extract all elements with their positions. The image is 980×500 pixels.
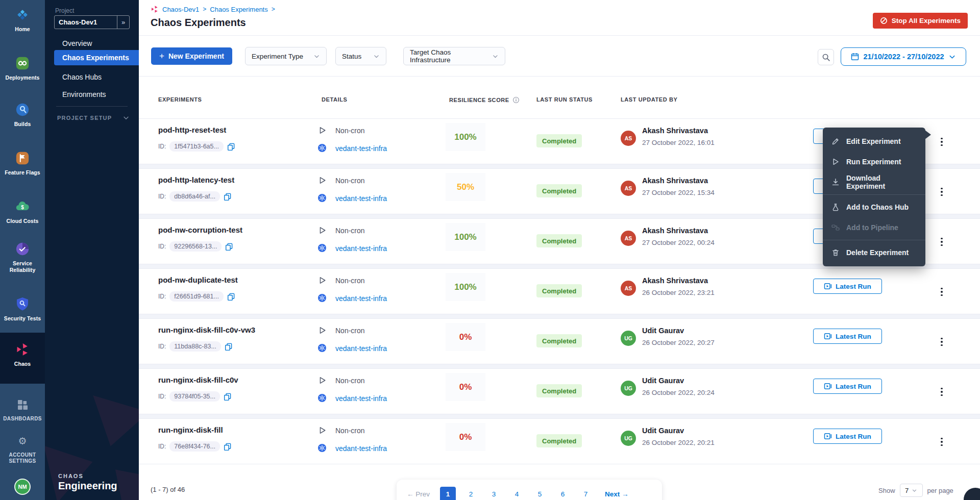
experiment-name[interactable]: run-nginx-disk-fill-c0v xyxy=(158,376,238,384)
infrastructure-link[interactable]: vedant-test-infra xyxy=(335,244,387,253)
nav-item-environments[interactable]: Environments xyxy=(45,87,139,102)
page-button[interactable]: 4 xyxy=(509,487,525,500)
sidebar-item-builds[interactable]: Builds xyxy=(0,102,45,128)
copy-icon[interactable] xyxy=(225,243,233,251)
user-avatar[interactable]: NM xyxy=(14,479,31,495)
page-button[interactable]: 5 xyxy=(532,487,548,500)
play-icon xyxy=(318,276,327,285)
schedule-type: Non-cron xyxy=(335,427,365,435)
page-title: Chaos Experiments xyxy=(151,17,246,29)
row-menu-button[interactable] xyxy=(937,433,947,451)
sidebar-item-deployments[interactable]: Deployments xyxy=(0,56,45,81)
date-range-selector[interactable]: 21/10/2022 - 27/10/2022 xyxy=(841,47,966,66)
sidebar-item-account-settings[interactable]: ⚙ ACCOUNT SETTINGS xyxy=(0,433,45,464)
sidebar-item-feature-flags[interactable]: Feature Flags xyxy=(0,151,45,176)
avatar: UG xyxy=(621,431,636,446)
pagination-bar: (1 - 7) of 46 ← Prev 1 2 3 4 5 6 7 Next … xyxy=(139,479,980,500)
row-menu-button[interactable] xyxy=(937,233,947,251)
row-menu-button[interactable] xyxy=(937,333,947,351)
experiment-name[interactable]: pod-http-reset-test xyxy=(158,126,226,134)
table-row[interactable]: pod-nw-duplicate-test ID: f26651d9-681..… xyxy=(139,268,980,314)
schedule-type: Non-cron xyxy=(335,377,365,385)
infrastructure-link[interactable]: vedant-test-infra xyxy=(335,294,387,303)
copy-icon[interactable] xyxy=(227,293,235,301)
breadcrumb-project-link[interactable]: Chaos-Dev1 xyxy=(162,6,199,13)
menu-item-run-experiment[interactable]: Run Experiment xyxy=(823,152,925,172)
info-icon[interactable] xyxy=(512,96,520,104)
menu-item-delete-experiment[interactable]: Delete Experiment xyxy=(823,242,925,263)
row-menu-button[interactable] xyxy=(937,283,947,301)
infrastructure-link[interactable]: vedant-test-infra xyxy=(335,344,387,353)
copy-icon[interactable] xyxy=(224,393,231,401)
search-button[interactable] xyxy=(818,49,834,65)
latest-run-button[interactable]: Latest Run xyxy=(813,279,882,294)
infrastructure-link[interactable]: vedant-test-infra xyxy=(335,394,387,403)
status-filter[interactable]: Status xyxy=(335,47,386,65)
breadcrumb-page-link[interactable]: Chaos Experiments xyxy=(210,6,267,13)
nav-item-chaos-hubs[interactable]: Chaos Hubs xyxy=(45,69,139,85)
experiment-type-filter[interactable]: Experiment Type xyxy=(245,47,327,65)
updated-by-name: Udit Gaurav xyxy=(642,377,684,385)
row-menu-button[interactable] xyxy=(937,383,947,401)
kubernetes-icon xyxy=(318,244,326,252)
updated-date: 27 October 2022, 00:24 xyxy=(642,239,715,246)
stop-all-experiments-button[interactable]: Stop All Experiments xyxy=(873,13,968,29)
status-badge: Completed xyxy=(536,434,582,447)
nav-item-chaos-experiments[interactable]: Chaos Experiments xyxy=(54,50,139,65)
experiment-name[interactable]: pod-nw-duplicate-test xyxy=(158,276,238,284)
updated-by-name: Akash Shrivastava xyxy=(642,277,708,285)
table-row[interactable]: run-nginx-disk-fill-c0v ID: 93784f05-35.… xyxy=(139,368,980,414)
project-setup-section[interactable]: PROJECT SETUP xyxy=(57,114,130,121)
page-size-select[interactable]: 7 xyxy=(900,484,923,497)
page-button[interactable]: 6 xyxy=(555,487,571,500)
experiment-name[interactable]: pod-http-latency-test xyxy=(158,176,234,184)
sidebar-item-home[interactable]: Home xyxy=(0,7,45,33)
infrastructure-link[interactable]: vedant-test-infra xyxy=(335,144,387,153)
sidebar-item-security-tests[interactable]: Security Tests xyxy=(0,296,45,322)
context-menu-arrow xyxy=(925,130,931,139)
experiment-name[interactable]: pod-nw-corruption-test xyxy=(158,226,242,234)
project-name: Chaos-Dev1 xyxy=(55,16,117,29)
table-row[interactable]: run-nginx-disk-fill-c0v-vw3 ID: 11bda88c… xyxy=(139,318,980,364)
infrastructure-link[interactable]: vedant-test-infra xyxy=(335,194,387,203)
menu-item-download-experiment[interactable]: Download Experiment xyxy=(823,172,925,192)
project-selector[interactable]: Chaos-Dev1 » xyxy=(54,15,130,29)
sidebar-item-cloud-costs[interactable]: $ Cloud Costs xyxy=(0,199,45,224)
target-infrastructure-filter[interactable]: Target Chaos Infrastructure xyxy=(403,47,505,65)
page-button[interactable]: 1 xyxy=(440,487,456,500)
copy-icon[interactable] xyxy=(224,443,231,451)
copy-icon[interactable] xyxy=(225,343,232,351)
page-button[interactable]: 3 xyxy=(486,487,502,500)
prev-page-button[interactable]: ← Prev xyxy=(407,490,430,498)
copy-icon[interactable] xyxy=(227,143,235,151)
row-menu-button[interactable] xyxy=(937,183,947,201)
sidebar-item-chaos[interactable]: Chaos xyxy=(0,342,45,367)
sidebar-item-dashboards[interactable]: DASHBOARDS xyxy=(0,397,45,422)
updated-date: 26 October 2022, 20:24 xyxy=(642,389,715,396)
collapse-sidebar-button[interactable]: » xyxy=(117,16,129,29)
experiment-id: ID: 92296568-13... xyxy=(158,241,233,252)
play-icon xyxy=(318,376,327,385)
column-resilience-score: RESILIENCE SCORE xyxy=(449,96,520,104)
page-button[interactable]: 2 xyxy=(463,487,479,500)
kubernetes-icon xyxy=(318,294,326,302)
infrastructure-link[interactable]: vedant-test-infra xyxy=(335,444,387,453)
latest-run-button[interactable]: Latest Run xyxy=(813,329,882,344)
chevron-down-icon xyxy=(948,53,956,61)
row-menu-button[interactable] xyxy=(937,133,947,151)
menu-item-add-to-chaos-hub[interactable]: Add to Chaos Hub xyxy=(823,197,925,217)
play-icon xyxy=(318,126,327,135)
sidebar-item-service-reliability[interactable]: Service Reliability xyxy=(0,241,45,273)
experiment-name[interactable]: run-nginx-disk-fill xyxy=(158,426,223,434)
experiment-name[interactable]: run-nginx-disk-fill-c0v-vw3 xyxy=(158,326,255,334)
table-row[interactable]: run-nginx-disk-fill ID: 76e8f434-76... N… xyxy=(139,418,980,464)
copy-icon[interactable] xyxy=(224,193,231,201)
latest-run-button[interactable]: Latest Run xyxy=(813,429,882,444)
nav-item-overview[interactable]: Overview xyxy=(45,36,139,51)
next-page-button[interactable]: Next → xyxy=(605,490,629,498)
latest-run-button[interactable]: Latest Run xyxy=(813,379,882,394)
avatar: AS xyxy=(621,281,636,296)
page-button[interactable]: 7 xyxy=(578,487,594,500)
new-experiment-button[interactable]: + New Experiment xyxy=(151,47,232,65)
menu-item-edit-experiment[interactable]: Edit Experiment xyxy=(823,131,925,152)
